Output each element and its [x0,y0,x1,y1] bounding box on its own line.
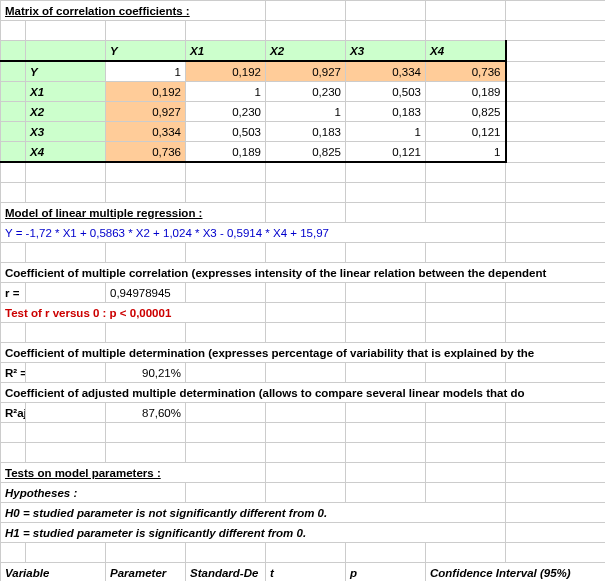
params-header: Confidence Interval (95%) [426,563,606,582]
matrix-header: X4 [426,41,506,62]
matrix-cell: 0,183 [266,122,346,142]
h0: H0 = studied parameter is not significan… [1,503,506,523]
spreadsheet-table: Matrix of correlation coefficients :YX1X… [0,0,605,581]
r-value: 0,94978945 [106,283,186,303]
matrix-cell: 0,503 [346,82,426,102]
matrix-cell: 0,825 [426,102,506,122]
matrix-cell: 1 [426,142,506,163]
h1: H1 = studied parameter is significantly … [1,523,506,543]
matrix-row-label: X4 [26,142,106,163]
matrix-cell: 0,192 [106,82,186,102]
r-label: r = [1,283,26,303]
regression-equation: Y = -1,72 * X1 + 0,5863 * X2 + 1,024 * X… [1,223,506,243]
matrix-title: Matrix of correlation coefficients : [1,1,266,21]
matrix-cell: 0,736 [106,142,186,163]
matrix-header: X1 [186,41,266,62]
matrix-cell: 0,927 [266,61,346,82]
matrix-row-label: X3 [26,122,106,142]
matrix-cell: 0,825 [266,142,346,163]
test-r: Test of r versus 0 : p < 0,00001 [1,303,266,323]
matrix-cell: 1 [186,82,266,102]
determ-title: Coefficient of multiple determination (e… [1,343,606,363]
matrix-cell: 0,736 [426,61,506,82]
hypotheses-label: Hypotheses : [1,483,186,503]
matrix-cell: 0,121 [346,142,426,163]
matrix-cell: 1 [346,122,426,142]
matrix-cell: 1 [266,102,346,122]
matrix-cell: 0,503 [186,122,266,142]
tests-title: Tests on model parameters : [1,463,266,483]
matrix-cell: 0,334 [346,61,426,82]
adj-determ-title: Coefficient of adjusted multiple determi… [1,383,606,403]
corr-coef-title: Coefficient of multiple correlation (exp… [1,263,606,283]
matrix-cell: 0,230 [266,82,346,102]
matrix-cell: 0,189 [426,82,506,102]
r2aj-label: R²aj = [1,403,26,423]
params-header: t [266,563,346,582]
matrix-cell: 0,334 [106,122,186,142]
matrix-cell: 0,230 [186,102,266,122]
params-header: p [346,563,426,582]
matrix-cell: 0,927 [106,102,186,122]
params-header: Variable [1,563,106,582]
matrix-row-label: Y [26,61,106,82]
matrix-row-label: X1 [26,82,106,102]
matrix-header: Y [106,41,186,62]
params-header: Standard-De [186,563,266,582]
matrix-cell: 0,189 [186,142,266,163]
matrix-cell: 0,192 [186,61,266,82]
r2-value: 90,21% [106,363,186,383]
matrix-cell: 0,183 [346,102,426,122]
matrix-row-label: X2 [26,102,106,122]
regression-title: Model of linear multiple regression : [1,203,266,223]
matrix-header: X3 [346,41,426,62]
r2aj-value: 87,60% [106,403,186,423]
r2-label: R² = [1,363,26,383]
params-header: Parameter [106,563,186,582]
matrix-cell: 0,121 [426,122,506,142]
matrix-cell: 1 [106,61,186,82]
matrix-header: X2 [266,41,346,62]
